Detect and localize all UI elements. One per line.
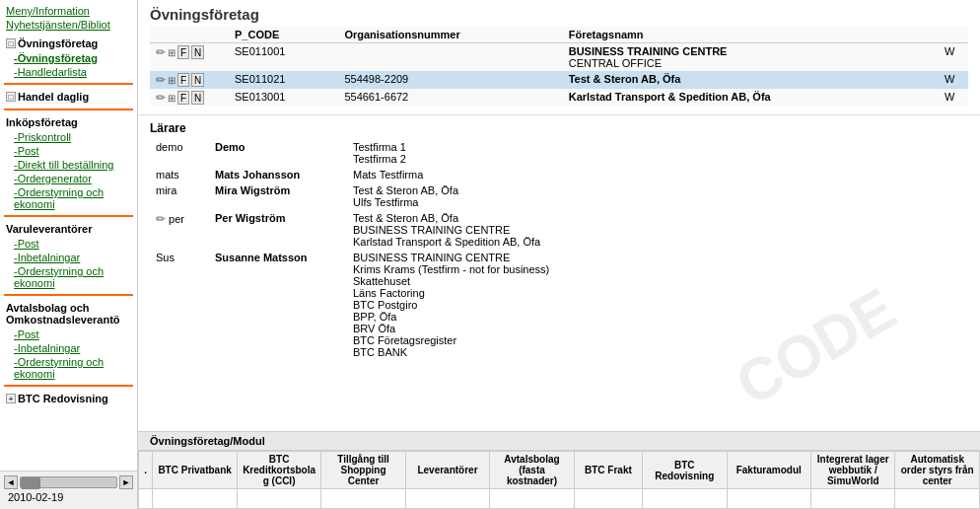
module-data-8	[727, 489, 810, 509]
sidebar-handledarlist[interactable]: -Handledarlistа	[10, 65, 135, 79]
n-btn[interactable]: N	[191, 73, 204, 87]
n-btn[interactable]: N	[191, 45, 204, 59]
row-icons: ✏ ⊞ F N	[150, 89, 229, 107]
module-col-9: Integrerat lager webbutik / SimuWorld	[811, 452, 895, 489]
module-col-4: Leverantörer	[405, 452, 489, 489]
edit-icon[interactable]: ✏	[156, 212, 166, 226]
sidebar: Meny/Information Nyhetstjänsten/Bibliot …	[0, 0, 138, 509]
main-area: Övningsföretag P_CODE Organisationsnumme…	[138, 0, 980, 509]
sidebar-link-meny[interactable]: Meny/Information	[2, 4, 135, 18]
larare-username: Sus	[150, 250, 209, 360]
n-btn[interactable]: N	[191, 91, 204, 105]
larare-username: demo	[150, 139, 209, 167]
scroll-thumb[interactable]	[21, 477, 40, 489]
module-header-row: .BTC PrivatbankBTC Kreditkortsbolag (CCI…	[139, 452, 980, 489]
larare-companies: Test & Steron AB, ÖfaBUSINESS TRAINING C…	[347, 210, 968, 250]
sidebar-orderstyrning-inkop[interactable]: -Orderstyrning och ekonomi	[10, 185, 135, 211]
copy-icon[interactable]: ⊞	[168, 47, 175, 58]
sidebar-inkop-post[interactable]: -Post	[10, 144, 135, 158]
content-area: CODE Lärare demoDemoTestfirma 1Testfirma…	[138, 115, 980, 509]
larare-row: demoDemoTestfirma 1Testfirma 2	[150, 139, 968, 167]
larare-row: SusSusanne MatssonBUSINESS TRAINING CENT…	[150, 250, 968, 360]
larare-tbody: demoDemoTestfirma 1Testfirma 2matsMats J…	[150, 139, 968, 360]
module-col-10: Automatisk order styrs från center	[895, 452, 980, 489]
larare-companies: BUSINESS TRAINING CENTREKrims Krams (Tes…	[347, 250, 968, 360]
sidebar-link-nyhets[interactable]: Nyhetstjänsten/Bibliot	[2, 18, 135, 32]
col-header-company: Företagsnamn	[563, 27, 939, 43]
row-icons: ✏ ⊞ F N	[150, 71, 229, 89]
larare-companies: Testfirma 1Testfirma 2	[347, 139, 968, 167]
row-pcode: SE011001	[229, 43, 338, 72]
sidebar-divider-3	[4, 215, 133, 217]
main-header: Övningsföretag P_CODE Organisationsnumme…	[138, 0, 980, 115]
edit-icon[interactable]: ✏	[156, 45, 166, 59]
scroll-right-btn[interactable]: ►	[119, 475, 133, 489]
row-company-name: Test & Steron AB, Öfa	[563, 71, 939, 89]
module-data-4	[405, 489, 489, 509]
module-data-row	[139, 489, 980, 509]
sidebar-scroll-area[interactable]: Meny/Information Nyhetstjänsten/Bibliot …	[0, 0, 137, 471]
larare-row: ✏ perPer WigströmTest & Steron AB, ÖfaBU…	[150, 210, 968, 250]
sidebar-varu-orden[interactable]: -Orderstyrning och ekonomi	[10, 264, 135, 290]
row-extra: W	[939, 89, 968, 107]
page-title: Övningsföretag	[150, 6, 968, 23]
module-data-0	[139, 489, 153, 509]
larare-title: Lärare	[150, 121, 968, 135]
copy-icon[interactable]: ⊞	[168, 93, 175, 104]
row-pcode: SE011021	[229, 71, 338, 89]
scroll-track[interactable]	[20, 476, 117, 488]
edit-icon[interactable]: ✏	[156, 73, 166, 87]
expand-icon-btc: +	[6, 394, 16, 403]
sidebar-avtals-inbet[interactable]: -Inbetalningar	[10, 341, 135, 355]
sidebar-priskontroll[interactable]: -Priskontroll	[10, 130, 135, 144]
col-header-orgnr: Organisationsnummer	[338, 27, 562, 43]
row-orgnr: 554661-6672	[338, 89, 562, 107]
f-btn[interactable]: F	[177, 45, 189, 59]
scroll-left-btn[interactable]: ◄	[4, 475, 18, 489]
sidebar-avtals-post[interactable]: -Post	[10, 327, 135, 341]
sidebar-section-label: Övningsföretag	[18, 37, 98, 49]
sidebar-direkt[interactable]: -Direkt till beställning	[10, 158, 135, 172]
larare-companies: Test & Steron AB, ÖfaUlfs Testfirma	[347, 182, 968, 210]
larare-fullname: Per Wigström	[209, 210, 347, 250]
sidebar-section-btc[interactable]: + BTC Redovisning	[2, 391, 135, 406]
f-btn[interactable]: F	[177, 91, 189, 105]
larare-row: matsMats JohanssonMats Testfirma	[150, 167, 968, 182]
row-extra: W	[939, 71, 968, 89]
f-btn[interactable]: F	[177, 73, 189, 87]
sidebar-section-ovnings[interactable]: □ Övningsföretag	[2, 36, 135, 51]
table-row: ✏ ⊞ F N SE013001554661-6672Karlstad Tran…	[150, 89, 968, 107]
module-data-7	[643, 489, 727, 509]
module-table: .BTC PrivatbankBTC Kreditkortsbolag (CCI…	[138, 451, 980, 509]
module-col-1: BTC Privatbank	[153, 452, 237, 489]
module-data-10	[895, 489, 980, 509]
sidebar-ordergenerator[interactable]: -Ordergenerator	[10, 172, 135, 185]
module-col-6: BTC Frakt	[574, 452, 642, 489]
larare-username: ✏ per	[150, 210, 209, 250]
copy-icon[interactable]: ⊞	[168, 75, 175, 86]
module-data-6	[574, 489, 642, 509]
companies-tbody: ✏ ⊞ F N SE011001BUSINESS TRAINING CENTRE…	[150, 43, 968, 108]
companies-table: P_CODE Organisationsnummer Företagsnamn …	[150, 27, 968, 107]
module-data-2	[237, 489, 320, 509]
sidebar-avtals-orden[interactable]: -Orderstyrning och ekonomi	[10, 355, 135, 381]
module-col-0: .	[139, 452, 153, 489]
row-orgnr	[338, 43, 562, 72]
edit-icon[interactable]: ✏	[156, 91, 166, 105]
table-row: ✏ ⊞ F N SE011021554498-2209Test & Steron…	[150, 71, 968, 89]
larare-username: mats	[150, 167, 209, 182]
col-header-pcode: P_CODE	[229, 27, 338, 43]
sidebar-section-handel[interactable]: □ Handel daglig	[2, 89, 135, 105]
sidebar-varu-post[interactable]: -Post	[10, 237, 135, 251]
larare-fullname: Mira Wigström	[209, 182, 347, 210]
module-section: Övningsföretag/Modul .BTC PrivatbankBTC …	[138, 431, 980, 509]
row-company-name: Karlstad Transport & Spedition AB, Öfa	[563, 89, 939, 107]
larare-fullname: Demo	[209, 139, 347, 167]
sidebar-divider-5	[4, 385, 133, 387]
sidebar-ovningsforetag[interactable]: -Övningsföretag	[10, 51, 135, 65]
module-col-2: BTC Kreditkortsbolag (CCI)	[237, 452, 320, 489]
sidebar-varu-inbet[interactable]: -Inbetalningar	[10, 251, 135, 264]
sidebar-inkop-label: Inköpsföretag	[2, 114, 135, 130]
larare-username: mira	[150, 182, 209, 210]
module-col-3: Tillgång till Shopping Center	[321, 452, 405, 489]
